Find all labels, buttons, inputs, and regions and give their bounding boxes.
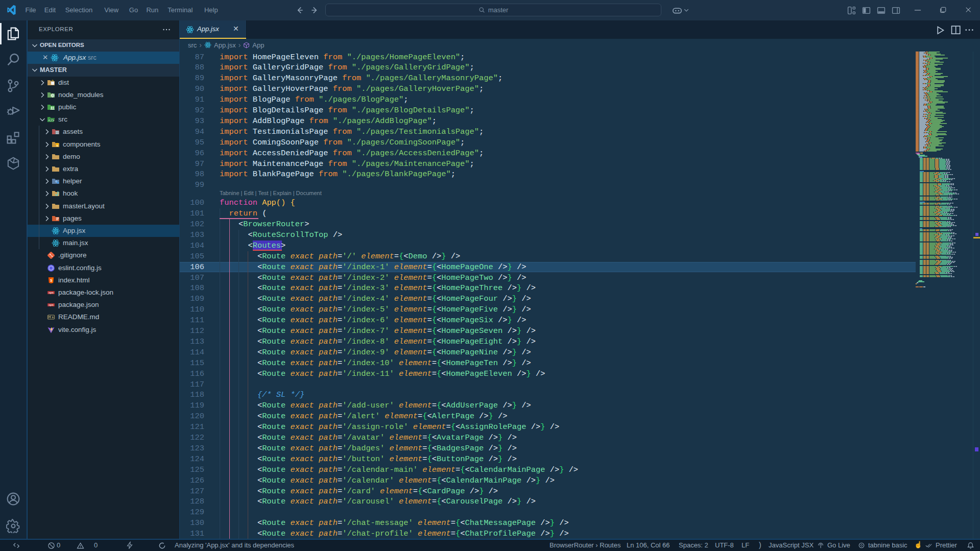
svg-text:npm: npm — [49, 304, 54, 306]
svg-text:JS: JS — [51, 94, 54, 97]
svg-text:</>: </> — [49, 119, 55, 123]
svg-text:npm: npm — [49, 292, 54, 294]
svg-text:5: 5 — [50, 278, 52, 282]
